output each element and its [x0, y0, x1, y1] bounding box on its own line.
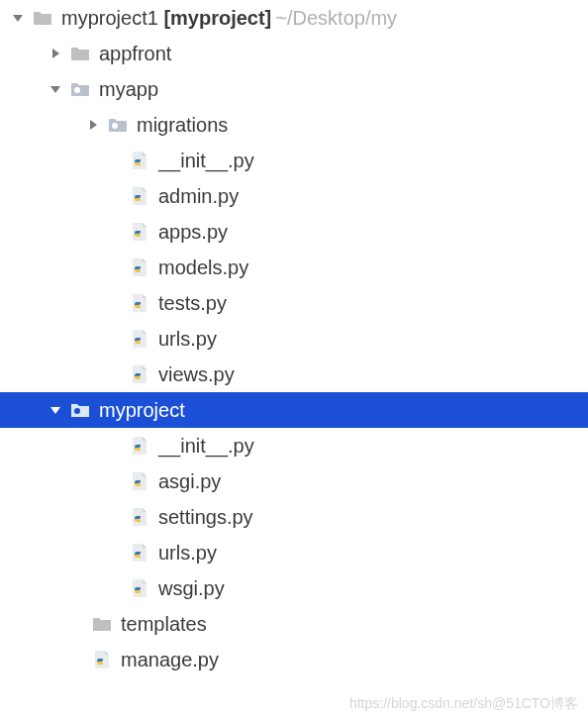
python-file-icon	[129, 577, 150, 599]
python-file-icon	[129, 150, 150, 171]
arrow-spacer	[107, 259, 123, 275]
folder-icon	[91, 613, 113, 635]
folder-appfront[interactable]: appfront	[0, 36, 588, 71]
file-init-myapp[interactable]: __init__.py	[0, 143, 588, 178]
tree-item-label: manage.py	[121, 649, 219, 671]
tree-item-label: __init__.py	[158, 150, 254, 172]
tree-item-label: myproject1 [myproject]~/Desktop/my	[61, 7, 397, 30]
file-manage[interactable]: manage.py	[0, 642, 588, 677]
package-folder-icon	[107, 114, 129, 136]
file-asgi[interactable]: asgi.py	[0, 463, 588, 499]
folder-icon	[69, 43, 91, 64]
chevron-down-icon[interactable]	[48, 402, 63, 418]
folder-templates[interactable]: templates	[0, 606, 588, 642]
arrow-spacer	[107, 331, 123, 347]
file-urls-myapp[interactable]: urls.py	[0, 321, 588, 357]
tree-item-label: templates	[121, 613, 207, 636]
tree-item-label: urls.py	[158, 542, 217, 565]
file-views[interactable]: views.py	[0, 357, 588, 392]
package-folder-icon	[69, 78, 91, 100]
tree-item-label: wsgi.py	[158, 577, 225, 600]
package-folder-icon	[69, 399, 91, 421]
arrow-spacer	[107, 438, 123, 454]
tree-item-label: admin.py	[158, 185, 239, 208]
python-file-icon	[129, 470, 150, 492]
arrow-spacer	[107, 473, 123, 489]
python-file-icon	[129, 257, 150, 278]
tree-item-label: asgi.py	[158, 470, 221, 493]
file-init-myproject[interactable]: __init__.py	[0, 428, 588, 463]
tree-item-label: myproject	[99, 399, 185, 422]
arrow-spacer	[69, 652, 85, 668]
chevron-down-icon[interactable]	[48, 81, 63, 97]
chevron-right-icon[interactable]	[48, 46, 63, 61]
file-apps[interactable]: apps.py	[0, 214, 588, 250]
watermark-text: https://blog.csdn.net/sh@51CTO博客	[349, 695, 578, 713]
chevron-right-icon[interactable]	[85, 117, 101, 133]
python-file-icon	[91, 649, 113, 670]
tree-item-label: __init__.py	[158, 435, 254, 458]
arrow-spacer	[107, 509, 123, 525]
root-folder[interactable]: myproject1 [myproject]~/Desktop/my	[0, 0, 588, 36]
python-file-icon	[129, 185, 150, 207]
tree-item-label: apps.py	[158, 221, 228, 244]
tree-item-label: myapp	[99, 78, 158, 101]
python-file-icon	[129, 292, 150, 314]
tree-item-label: views.py	[158, 363, 235, 386]
python-file-icon	[129, 363, 150, 385]
arrow-spacer	[69, 616, 85, 632]
python-file-icon	[129, 221, 150, 243]
tree-item-label: migrations	[137, 114, 228, 137]
folder-migrations[interactable]: migrations	[0, 107, 588, 143]
chevron-down-icon[interactable]	[10, 10, 26, 26]
folder-myapp[interactable]: myapp	[0, 71, 588, 107]
tree-item-label: tests.py	[158, 292, 227, 315]
arrow-spacer	[107, 295, 123, 311]
arrow-spacer	[107, 366, 123, 382]
file-models[interactable]: models.py	[0, 250, 588, 285]
python-file-icon	[129, 542, 150, 564]
python-file-icon	[129, 328, 150, 350]
arrow-spacer	[107, 545, 123, 561]
tree-item-label: settings.py	[158, 506, 253, 529]
file-admin[interactable]: admin.py	[0, 178, 588, 214]
folder-icon	[32, 7, 53, 29]
folder-myproject[interactable]: myproject	[0, 392, 588, 428]
python-file-icon	[129, 435, 150, 457]
arrow-spacer	[107, 224, 123, 240]
arrow-spacer	[107, 188, 123, 204]
file-tests[interactable]: tests.py	[0, 285, 588, 321]
tree-item-label: models.py	[158, 257, 248, 279]
file-wsgi[interactable]: wsgi.py	[0, 570, 588, 606]
file-urls-myproject[interactable]: urls.py	[0, 535, 588, 570]
tree-item-label: urls.py	[158, 328, 217, 351]
tree-item-label: appfront	[99, 43, 171, 65]
arrow-spacer	[107, 580, 123, 596]
python-file-icon	[129, 506, 150, 528]
file-settings[interactable]: settings.py	[0, 499, 588, 535]
arrow-spacer	[107, 153, 123, 168]
